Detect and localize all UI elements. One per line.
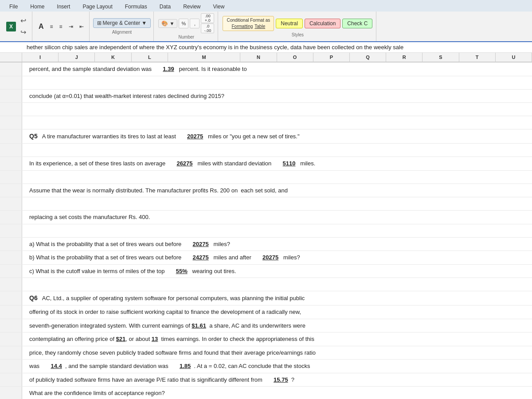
row-number — [0, 360, 22, 373]
row-content — [22, 76, 532, 89]
row-number — [0, 90, 22, 103]
row-number — [0, 76, 22, 89]
col-header-N: N — [240, 53, 277, 62]
tab-review[interactable]: Review — [177, 2, 206, 12]
styles-group: Conditional Format as Formatting Table N… — [219, 12, 376, 41]
tab-insert[interactable]: Insert — [51, 2, 76, 12]
table-row — [0, 103, 532, 116]
formatting-sublabel: Formatting — [231, 24, 253, 29]
tab-view[interactable]: View — [207, 2, 231, 12]
table-sublabel: Table — [254, 24, 265, 29]
undo-button[interactable]: ↩ — [18, 16, 28, 26]
bold-btn[interactable]: A — [36, 21, 47, 32]
col-header-S: S — [422, 53, 459, 62]
column-header-row: I J K L M N O P Q R S T U — [0, 53, 532, 63]
tab-file[interactable]: File — [4, 2, 23, 12]
align-center-btn[interactable]: ≡ — [57, 21, 65, 32]
conditional-format-button[interactable]: Conditional Format as Formatting Table — [223, 16, 274, 31]
percent-button[interactable]: % — [179, 19, 188, 28]
row-content: of publicly traded software firms have a… — [22, 373, 532, 387]
align-left-btn[interactable]: ≡ — [47, 21, 56, 32]
row-number — [0, 157, 22, 170]
excel-logo: X — [6, 22, 16, 31]
col-header-R: R — [386, 53, 422, 62]
outdent-btn[interactable]: ⇤ — [77, 21, 86, 32]
col-header-P: P — [313, 53, 350, 62]
decimal-decrease-btn[interactable]: .0-.00 — [201, 23, 214, 33]
quick-access-group: X ↩ ↪ — [3, 12, 32, 41]
redo-button[interactable]: ↪ — [18, 27, 28, 38]
calculation-button[interactable]: Calculation — [305, 19, 340, 28]
merge-center-icon: ⊞ — [97, 20, 102, 26]
row-content — [22, 103, 532, 116]
table-row — [0, 116, 532, 129]
row-number — [0, 291, 22, 305]
table-row: conclude (at α=0.01) that wealth-market … — [0, 90, 532, 103]
q6-label: Q6 — [29, 294, 38, 301]
value-55pct: 55% — [176, 268, 188, 274]
tab-home[interactable]: Home — [24, 2, 50, 12]
table-row: c) What is the cutoff value in terms of … — [0, 265, 532, 278]
table-row: offering of its stock in order to raise … — [0, 305, 532, 319]
ribbon-content: X ↩ ↪ A ≡ ≡ ⇥ ⇤ ⊞ Merge & Center ▼ Al — [0, 12, 532, 42]
tab-formulas[interactable]: Formulas — [119, 2, 153, 12]
comma-button[interactable]: , — [190, 19, 200, 28]
col-header-O: O — [277, 53, 313, 62]
row-number — [0, 319, 22, 332]
ribbon-tabs: File Home Insert Page Layout Formulas Da… — [0, 0, 532, 12]
tab-data[interactable]: Data — [154, 2, 176, 12]
merge-center-button[interactable]: ⊞ Merge & Center ▼ — [93, 18, 151, 28]
row-content: price, they randomly chose seven publicl… — [22, 346, 532, 360]
value-21: $21 — [116, 336, 126, 342]
table-row: Q6 AC, Ltd., a supplier of operating sys… — [0, 291, 532, 305]
row-number — [0, 305, 22, 319]
row-number — [0, 103, 22, 116]
decimal-increase-btn[interactable]: .00+.0 — [201, 13, 214, 23]
value-144: 14.4 — [51, 363, 62, 369]
indent-btn[interactable]: ⇥ — [66, 21, 76, 32]
row-content: a) What is the probability that a set of… — [22, 238, 532, 251]
row-content: offering of its stock in order to raise … — [22, 305, 532, 319]
row-content: b) What is the probability that a set of… — [22, 251, 532, 264]
row-content: What are the confidence limits of accept… — [22, 387, 532, 399]
col-header-K: K — [95, 53, 131, 62]
table-row: replacing a set costs the manufacturer R… — [0, 211, 532, 224]
row-content: percent, and the sample standard deviati… — [22, 63, 532, 76]
value-161: $1.61 — [192, 322, 206, 329]
tab-pagelayout[interactable]: Page Layout — [77, 2, 118, 12]
row-number — [0, 116, 22, 129]
row-number — [0, 373, 22, 387]
row-content: Q5 A tire manufacturer warranties its ti… — [22, 129, 532, 143]
row-content: seventh-generation integrated system. Wi… — [22, 319, 532, 332]
value-20275c: 20275 — [262, 254, 278, 261]
table-row — [0, 76, 532, 90]
col-header-J: J — [59, 53, 95, 62]
q5-label: Q5 — [29, 133, 38, 140]
format-dropdown[interactable]: 🎨 ▼ — [158, 19, 177, 28]
value-20275b: 20275 — [193, 241, 209, 247]
row-content: In its experience, a set of these tires … — [22, 157, 532, 170]
value-24275: 24275 — [193, 254, 209, 261]
table-row: contemplating an offering price of $21, … — [0, 332, 532, 346]
value-5110: 5110 — [283, 160, 296, 167]
col-header-L: L — [132, 53, 168, 62]
row-content: was 14.4 , and the sample standard devia… — [22, 360, 532, 373]
row-number — [0, 238, 22, 251]
font-group: A ≡ ≡ ⇥ ⇤ — [33, 12, 90, 41]
value-139: 1.39 — [163, 66, 174, 72]
row-number — [0, 332, 22, 346]
table-row: percent, and the sample standard deviati… — [0, 63, 532, 76]
col-header-M: M — [168, 53, 240, 62]
col-header-I: I — [22, 53, 59, 62]
col-header-T: T — [459, 53, 496, 62]
check-cell-button[interactable]: Check C — [342, 19, 372, 28]
col-header-Q: Q — [350, 53, 386, 62]
neutral-button[interactable]: Neutral — [276, 19, 303, 28]
row-number — [0, 184, 22, 197]
row-content: Assume that the wear is normally distrib… — [22, 184, 532, 197]
alignment-label: Alignment — [93, 30, 151, 35]
styles-label: Styles — [223, 32, 372, 37]
value-26275: 26275 — [176, 160, 192, 167]
row-number — [0, 211, 22, 224]
spreadsheet-area: hether silicon chip sales are independen… — [0, 42, 532, 399]
